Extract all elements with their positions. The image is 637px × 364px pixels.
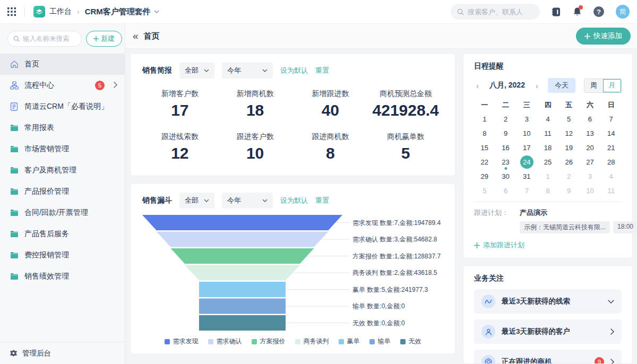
sidebar-search-input[interactable]	[23, 35, 76, 42]
chevron-right-icon[interactable]	[114, 81, 117, 90]
admin-console-link[interactable]: 管理后台	[0, 342, 125, 364]
global-search[interactable]	[451, 4, 540, 20]
calendar-day[interactable]: 27	[580, 155, 601, 169]
calendar-day[interactable]: 10	[516, 126, 537, 141]
calendar-day[interactable]: 29	[474, 169, 495, 184]
calendar-day[interactable]: 10	[580, 184, 601, 198]
sidebar-item-2[interactable]: 简道云CRM「必看说明」	[0, 96, 125, 117]
sidebar-search[interactable]	[7, 31, 82, 47]
calendar-day[interactable]: 6	[495, 184, 517, 198]
calendar-day[interactable]: 11	[537, 126, 558, 141]
funnel-segment-2[interactable]	[171, 248, 314, 264]
calendar-day[interactable]: 17	[516, 141, 537, 155]
quick-add-button[interactable]: 快速添加	[576, 28, 631, 45]
calendar-day[interactable]: 5	[558, 112, 580, 126]
notifications-bell-icon[interactable]	[573, 7, 582, 16]
calendar-day[interactable]: 7	[600, 112, 622, 126]
funnel-segment-5[interactable]	[199, 299, 286, 314]
calendar-day[interactable]: 8	[537, 184, 558, 198]
funnel-set-default-link[interactable]: 设为默认	[280, 196, 308, 205]
workspace-link[interactable]: 工作台	[33, 6, 72, 18]
new-button[interactable]: 新建	[86, 31, 122, 47]
funnel-segment-3[interactable]	[185, 265, 300, 281]
briefing-period-select[interactable]: 今年	[222, 63, 273, 79]
funnel-segment-4[interactable]	[199, 282, 286, 297]
app-grid-icon[interactable]	[7, 7, 16, 16]
calendar-day[interactable]: 9	[558, 184, 580, 198]
calendar-day[interactable]: 20	[580, 141, 601, 155]
calendar-day[interactable]: 7	[516, 184, 537, 198]
funnel-segment-6[interactable]	[199, 315, 286, 331]
business-item-1[interactable]: 最近3天新获得的客户	[474, 319, 622, 344]
calendar-day[interactable]: 3	[580, 169, 601, 184]
briefing-scope-select[interactable]: 全部	[179, 63, 214, 79]
briefing-set-default-link[interactable]: 设为默认	[280, 66, 308, 75]
add-followup-link[interactable]: 添加跟进计划	[474, 240, 622, 250]
stat-label: 商机预测总金额	[368, 89, 443, 99]
calendar-day[interactable]: 13	[580, 126, 601, 141]
calendar-day[interactable]: 5	[474, 184, 495, 198]
funnel-period-select[interactable]: 今年	[222, 193, 273, 209]
sidebar-item-1[interactable]: 流程中心 5	[0, 75, 125, 96]
sidebar-item-7[interactable]: 合同/回款/开票管理	[0, 202, 125, 223]
sidebar-item-9[interactable]: 费控报销管理	[0, 245, 125, 266]
calendar-day[interactable]: 19	[558, 141, 580, 155]
briefing-reset-link[interactable]: 重置	[315, 66, 329, 75]
calendar-day[interactable]: 8	[474, 126, 495, 141]
calendar-day-selected[interactable]: 24	[516, 155, 537, 169]
calendar-day[interactable]: 31	[516, 169, 537, 184]
funnel-label-4: 赢单 数量:5,金额:241977.3	[352, 286, 428, 293]
week-toggle-button[interactable]: 周	[584, 79, 603, 92]
funnel-segment-0[interactable]	[142, 215, 342, 230]
sidebar-item-3[interactable]: 常用报表	[0, 117, 125, 138]
funnel-chart: 需求发现 数量:7,金额:194789.4需求确认 数量:3,金额:54682.…	[142, 215, 443, 333]
calendar-day[interactable]: 18	[537, 141, 558, 155]
sidebar-item-4[interactable]: 市场营销管理	[0, 138, 125, 160]
calendar-day[interactable]: 26	[558, 155, 580, 169]
month-toggle-button[interactable]: 月	[603, 79, 622, 92]
calendar-day[interactable]: 22	[474, 155, 495, 169]
calendar-day[interactable]: 25	[537, 155, 558, 169]
sidebar-item-8[interactable]: 产品售后服务	[0, 223, 125, 245]
business-item-0[interactable]: 最近3天新获得的线索	[474, 289, 622, 314]
calendar-day[interactable]: 2	[558, 169, 580, 184]
calendar-day[interactable]: 4	[537, 112, 558, 126]
today-button[interactable]: 今天	[548, 78, 575, 93]
funnel-scope-select[interactable]: 全部	[179, 193, 214, 209]
calendar-day[interactable]: 28	[600, 155, 622, 169]
calendar-next-icon[interactable]: ›	[533, 81, 540, 90]
app-title-dropdown[interactable]: CRM客户管理套件	[85, 7, 159, 17]
sidebar-item-5[interactable]: 客户及商机管理	[0, 160, 125, 181]
calendar-day[interactable]: 23	[495, 155, 517, 169]
calendar-day[interactable]: 15	[474, 141, 495, 155]
calendar-day[interactable]: 3	[516, 112, 537, 126]
calendar-day[interactable]: 1	[537, 169, 558, 184]
address-book-icon[interactable]	[552, 7, 561, 16]
sidebar-item-6[interactable]: 产品报价管理	[0, 181, 125, 202]
legend-item: 商务谈判	[295, 337, 329, 346]
global-search-input[interactable]	[468, 8, 531, 16]
calendar-day[interactable]: 1	[474, 112, 495, 126]
calendar-day[interactable]: 4	[600, 169, 622, 184]
legend-swatch	[165, 339, 170, 344]
sidebar-item-0[interactable]: 首页	[0, 54, 125, 75]
weekday-label: 三	[516, 100, 537, 110]
business-item-2[interactable]: 正在跟进的商机 9	[474, 350, 622, 364]
weekday-label: 一	[474, 100, 495, 110]
sidebar-item-10[interactable]: 销售绩效管理	[0, 266, 125, 287]
funnel-segment-1[interactable]	[157, 232, 329, 247]
calendar-day[interactable]: 6	[580, 112, 601, 126]
calendar-day[interactable]: 9	[495, 126, 517, 141]
avatar[interactable]: 简	[616, 5, 630, 19]
calendar-day[interactable]: 12	[558, 126, 580, 141]
funnel-reset-link[interactable]: 重置	[315, 196, 329, 205]
calendar-prev-icon[interactable]: ‹	[474, 81, 481, 90]
sidebar-collapse-icon[interactable]: «	[130, 30, 142, 42]
calendar-day[interactable]: 11	[600, 184, 622, 198]
calendar-day[interactable]: 2	[495, 112, 517, 126]
calendar-day[interactable]: 14	[600, 126, 622, 141]
calendar-day[interactable]: 21	[600, 141, 622, 155]
calendar-day[interactable]: 16	[495, 141, 517, 155]
help-icon[interactable]: ?	[593, 6, 604, 17]
calendar-day[interactable]: 30	[495, 169, 517, 184]
